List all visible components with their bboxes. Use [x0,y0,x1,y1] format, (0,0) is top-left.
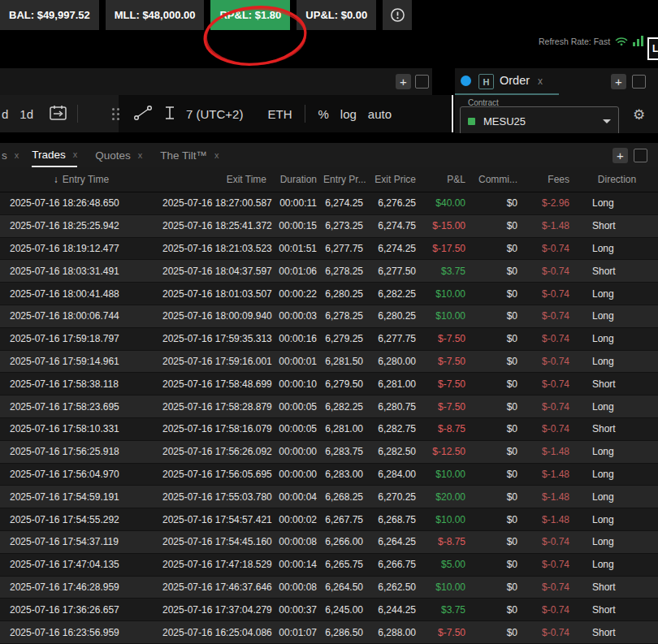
table-row[interactable]: 2025-07-16 17:59:14.961 2025-07-16 17:59… [0,351,658,374]
tab-partial-close-icon[interactable]: x [15,150,19,160]
column-header-commission[interactable]: Commi... [472,174,524,185]
table-row[interactable]: 2025-07-16 16:23:56.959 2025-07-16 16:25… [0,621,658,644]
entry-price-cell: 6,283.75 [323,446,370,457]
table-row[interactable]: 2025-07-16 17:59:18.797 2025-07-16 17:59… [0,328,658,351]
tab-quotes-close-icon[interactable]: x [138,150,143,160]
duration-cell: 00:00:16 [273,333,323,344]
duration-cell: 00:01:07 [273,627,323,638]
toolbar-divider [77,105,78,123]
gear-icon[interactable]: ⚙ [633,108,645,122]
session-eth-button[interactable]: ETH [267,107,292,121]
table-row[interactable]: 2025-07-16 17:58:23.695 2025-07-16 17:58… [0,395,658,418]
commission-cell: $0 [472,310,524,322]
refresh-rate-control[interactable]: Refresh Rate: Fast [539,36,644,46]
exit-time-cell: 2025-07-16 17:58:48.699 [162,378,273,390]
table-row[interactable]: 2025-07-16 17:47:04.135 2025-07-16 17:47… [0,554,658,577]
table-row[interactable]: 2025-07-16 18:26:48.650 2025-07-16 18:27… [0,192,658,215]
tabs-add-button[interactable]: + [613,148,628,163]
fees-cell: $-0.74 [524,536,576,547]
exit-price-cell: 6,266.75 [370,559,422,570]
sort-arrow-icon: ↓ [54,174,58,185]
table-row[interactable]: 2025-07-16 17:36:26.657 2025-07-16 17:37… [0,599,658,621]
table-row[interactable]: 2025-07-16 17:46:28.959 2025-07-16 17:46… [0,577,658,599]
pnl-cell: $20.00 [422,491,472,503]
order-tab-close-icon[interactable]: x [538,76,543,87]
commission-cell: $0 [472,333,524,344]
table-row[interactable]: 2025-07-16 18:00:06.744 2025-07-16 18:00… [0,305,658,328]
order-add-button[interactable]: + [611,74,626,89]
rpl-badge: RP&L: $1.80 [210,0,290,30]
log-scale-button[interactable]: log [340,107,357,121]
order-link-checkbox[interactable] [632,75,646,89]
pnl-cell: $10.00 [422,288,472,300]
table-row[interactable]: 2025-07-16 17:58:10.331 2025-07-16 17:58… [0,418,658,441]
signal-bars-icon [633,36,644,46]
direction-cell: Long [576,536,658,547]
tab-quotes[interactable]: Quotes x [95,143,142,167]
h-badge[interactable]: H [478,74,494,89]
contract-dropdown[interactable]: MESU25 [460,106,619,133]
percent-scale-button[interactable]: % [318,107,328,121]
trend-line-tool-button[interactable] [132,105,154,123]
partial-l-button[interactable]: L [647,37,658,60]
column-header-entry-time[interactable]: ↓ Entry Time [0,174,162,185]
timeframe-partial-button[interactable]: d [2,107,8,121]
column-header-duration[interactable]: Duration [273,174,323,185]
mll-badge: MLL: $48,000.00 [106,0,205,30]
table-row[interactable]: 2025-07-16 17:56:04.970 2025-07-16 17:56… [0,464,658,486]
fees-cell: $-0.74 [524,559,576,570]
entry-time-cell: 2025-07-16 17:59:18.797 [0,333,162,344]
commission-cell: $0 [472,627,524,638]
table-row[interactable]: 2025-07-16 17:58:38.118 2025-07-16 17:58… [0,373,658,395]
column-header-entry-price[interactable]: Entry Pr... [323,174,370,185]
table-row[interactable]: 2025-07-16 17:56:25.918 2025-07-16 17:56… [0,441,658,464]
column-header-pnl[interactable]: P&L [422,174,472,185]
commission-cell: $0 [472,581,524,593]
tab-partial[interactable]: s x [2,143,19,167]
order-tab[interactable]: H Order x [455,68,559,95]
direction-cell: Long [576,310,658,322]
exit-time-cell: 2025-07-16 18:25:41.372 [162,220,273,231]
chart-link-checkbox[interactable] [415,75,429,89]
clock-timezone-button[interactable]: 7 (UTC+2) [186,107,243,121]
info-button[interactable] [383,0,412,30]
tab-the-tilt-close-icon[interactable]: x [214,150,219,160]
fees-cell: $-0.74 [524,266,576,277]
duration-cell: 00:00:05 [273,401,323,413]
exit-price-cell: 6,268.75 [370,514,422,525]
table-row[interactable]: 2025-07-16 18:00:41.488 2025-07-16 18:01… [0,283,658,305]
table-row[interactable]: 2025-07-16 17:54:55.292 2025-07-16 17:54… [0,508,658,531]
table-row[interactable]: 2025-07-16 17:54:37.119 2025-07-16 17:54… [0,531,658,554]
commission-cell: $0 [472,604,524,616]
column-header-fees[interactable]: Fees [524,174,576,185]
tab-trades[interactable]: Trades x [32,143,77,167]
table-row[interactable]: 2025-07-16 18:25:25.942 2025-07-16 18:25… [0,215,658,238]
duration-cell: 00:00:02 [273,514,323,525]
tab-the-tilt[interactable]: The Tilt™ x [160,143,219,167]
drag-handle[interactable] [112,108,119,120]
column-header-exit-price[interactable]: Exit Price [370,174,422,185]
entry-price-cell: 6,279.50 [323,378,370,390]
fees-cell: $-1.48 [524,491,576,503]
fees-cell: $-1.48 [524,446,576,457]
fees-cell: $-0.74 [524,581,576,593]
column-header-direction[interactable]: Direction [576,174,658,185]
timeframe-1d-button[interactable]: 1d [19,107,33,121]
pnl-cell: $-7.50 [422,333,472,344]
trades-table-header: ↓ Entry Time Exit Time Duration Entry Pr… [0,167,658,192]
entry-price-cell: 6,245.00 [323,604,370,616]
table-row[interactable]: 2025-07-16 18:03:31.491 2025-07-16 18:04… [0,260,658,283]
auto-scale-button[interactable]: auto [368,107,392,121]
chart-add-button[interactable]: + [396,74,411,89]
direction-cell: Long [576,559,658,570]
fees-cell: $-0.74 [524,356,576,367]
tab-trades-close-icon[interactable]: x [73,149,78,159]
price-range-tool-button[interactable] [162,105,178,123]
table-row[interactable]: 2025-07-16 17:54:59.191 2025-07-16 17:55… [0,486,658,508]
table-row[interactable]: 2025-07-16 18:19:12.477 2025-07-16 18:21… [0,238,658,261]
column-header-exit-time[interactable]: Exit Time [162,174,273,185]
fees-cell: $-2.96 [524,197,576,209]
exit-time-cell: 2025-07-16 17:55:03.780 [162,491,273,503]
tabs-link-checkbox[interactable] [634,149,647,162]
go-to-date-button[interactable] [48,104,69,124]
